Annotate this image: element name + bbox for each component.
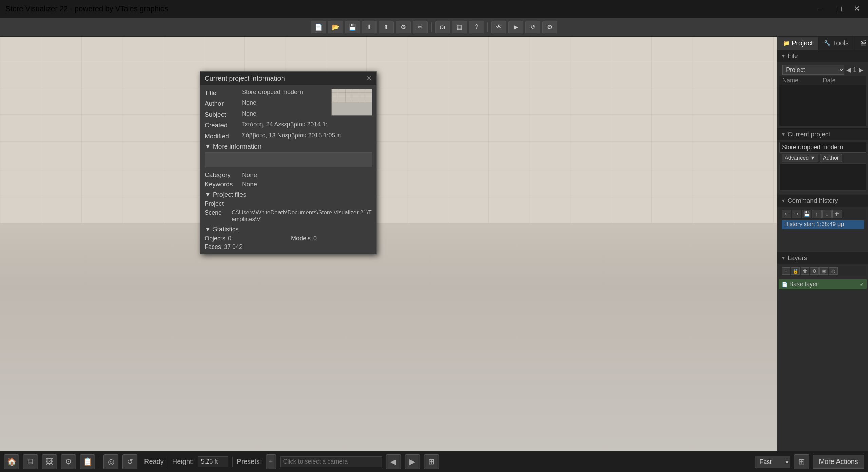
import-button[interactable]: ⬇: [362, 21, 377, 33]
view-button[interactable]: 👁: [491, 21, 506, 33]
save-button[interactable]: 💾: [345, 21, 360, 33]
title-label: Title: [205, 88, 242, 97]
add-layer-button[interactable]: +: [782, 267, 790, 275]
status-icon-1[interactable]: 🏠: [4, 454, 19, 469]
thumb-floor: [332, 102, 372, 115]
more-actions-button[interactable]: More Actions: [813, 455, 864, 469]
open-button[interactable]: 📂: [328, 21, 343, 33]
camera-prev-button[interactable]: ◀: [386, 454, 401, 469]
faces-stat: Faces 37 942: [205, 243, 286, 251]
more-info-label: More information: [213, 143, 262, 150]
delete-layer-button[interactable]: 🗑: [801, 267, 809, 275]
camera-input[interactable]: [280, 456, 382, 467]
settings-layer-button[interactable]: ⚙: [810, 267, 819, 275]
status-icon-3[interactable]: 🖼: [42, 454, 57, 469]
file-section: ▼ File Project ◀ 1 ▶ Name Date: [777, 50, 868, 129]
file-controls: Project ◀ 1 ▶: [779, 64, 866, 76]
clear-history-button[interactable]: 🗑: [832, 210, 842, 218]
gear-button[interactable]: ⚙: [542, 21, 557, 33]
play-button[interactable]: ▶: [508, 21, 523, 33]
close-button[interactable]: ✕: [851, 4, 863, 14]
project-dropdown[interactable]: Project: [782, 65, 844, 75]
export-button[interactable]: ⬆: [379, 21, 394, 33]
project-arrow-icon: ▼: [781, 132, 786, 137]
settings1-button[interactable]: ⚙: [396, 21, 411, 33]
grid-button[interactable]: ▦: [452, 21, 467, 33]
current-project-section: ▼ Current project Advanced ▼ Author: [777, 129, 868, 195]
nav-btn-prev[interactable]: ◀: [846, 66, 851, 74]
tab-project[interactable]: 📁 Project: [777, 37, 818, 50]
edit-button[interactable]: ✏: [413, 21, 428, 33]
undo-button[interactable]: ↩: [782, 210, 791, 218]
history-controls: ↩ ↪ 💾 ↑ ↓ 🗑: [779, 209, 866, 219]
layers-label: Layers: [788, 254, 807, 262]
advanced-arrow-icon: ▼: [810, 155, 815, 161]
tab-tools[interactable]: 🔧 Tools: [818, 37, 854, 50]
objects-label: Objects: [205, 235, 225, 242]
project-name-input[interactable]: [779, 142, 866, 153]
history-down-button[interactable]: ↓: [822, 210, 832, 218]
objects-value: 0: [228, 235, 231, 242]
current-project-label: Current project: [788, 131, 830, 138]
status-divider-1: [99, 457, 99, 467]
visible-layer-button[interactable]: ◉: [819, 267, 828, 275]
project-files-header[interactable]: ▼ Project files: [205, 191, 372, 198]
lock-layer-button[interactable]: 🔒: [791, 267, 800, 275]
presets-label: Presets:: [237, 458, 262, 466]
status-icon-5[interactable]: 📋: [80, 454, 95, 469]
tab-project-label: Project: [792, 39, 813, 47]
help-button[interactable]: ?: [469, 21, 484, 33]
status-icon-4[interactable]: ⚙: [61, 454, 76, 469]
refresh-button[interactable]: ↺: [525, 21, 540, 33]
layers-controls: + 🔒 🗑 ⚙ ◉ ◎: [779, 266, 866, 276]
height-input[interactable]: [198, 456, 228, 467]
category-row: Category None: [205, 171, 372, 179]
proj-file-project-row: Project: [205, 200, 372, 208]
scene-icon: 🎬: [860, 40, 867, 46]
nav-btn-next[interactable]: ▶: [859, 66, 863, 74]
layer-item[interactable]: 📄 Base layer ✓: [779, 279, 867, 289]
tab-scene[interactable]: 🎬 Scene: [854, 37, 868, 50]
statistics-section: ▼ Statistics Objects 0 Models 0 Faces 37…: [205, 225, 372, 251]
history-up-button[interactable]: ↑: [812, 210, 822, 218]
status-orbit-icon[interactable]: ◎: [103, 454, 118, 469]
panel-tabs: 📁 Project 🔧 Tools 🎬 Scene: [777, 37, 868, 50]
speed-dropdown[interactable]: Fast Medium Slow: [755, 456, 790, 468]
command-history-header[interactable]: ▼ Command history: [777, 195, 868, 206]
dialog-close-button[interactable]: ✕: [366, 74, 372, 82]
add-preset-button[interactable]: +: [266, 454, 276, 469]
more-info-header[interactable]: ▼ More information: [205, 143, 372, 150]
hide-layer-button[interactable]: ◎: [829, 267, 838, 275]
modified-label: Modified: [205, 132, 242, 140]
author-button[interactable]: Author: [820, 154, 842, 162]
more-info-section: ▼ More information Category None Keyword…: [205, 143, 372, 188]
layers-header[interactable]: ▼ Layers: [777, 252, 868, 264]
models-value: 0: [313, 235, 317, 242]
grid-view-button[interactable]: ⊞: [794, 454, 809, 469]
camera-grid-button[interactable]: ⊞: [424, 454, 439, 469]
new-button[interactable]: 📄: [311, 21, 326, 33]
more-info-textarea[interactable]: [205, 152, 372, 167]
redo-button[interactable]: ↪: [792, 210, 801, 218]
proj-scene-label: Scene: [205, 209, 232, 216]
maximize-button[interactable]: □: [834, 4, 844, 14]
camera-next-button[interactable]: ▶: [405, 454, 420, 469]
project-controls: Advanced ▼ Author: [779, 153, 866, 163]
project-textarea[interactable]: [779, 163, 866, 191]
advanced-button[interactable]: Advanced ▼: [782, 154, 818, 162]
minimize-button[interactable]: —: [815, 4, 828, 14]
dialog-title: Current project information: [205, 75, 285, 82]
col-name: Name: [782, 77, 823, 84]
save-history-button[interactable]: 💾: [802, 210, 811, 218]
status-icon-2[interactable]: 🖥: [23, 454, 38, 469]
status-refresh-icon[interactable]: ↺: [122, 454, 137, 469]
stats-header[interactable]: ▼ Statistics: [205, 225, 372, 233]
subject-label: Subject: [205, 110, 242, 118]
main-viewport[interactable]: [0, 37, 777, 451]
modified-value: Σάββατο, 13 Νοεμβρίου 2015 1:05 π: [242, 132, 372, 139]
folder-button[interactable]: 🗂: [435, 21, 450, 33]
file-section-header[interactable]: ▼ File: [777, 50, 868, 62]
current-project-header[interactable]: ▼ Current project: [777, 129, 868, 140]
proj-files-arrow: ▼: [205, 191, 211, 198]
window-controls: — □ ✕: [815, 4, 863, 14]
